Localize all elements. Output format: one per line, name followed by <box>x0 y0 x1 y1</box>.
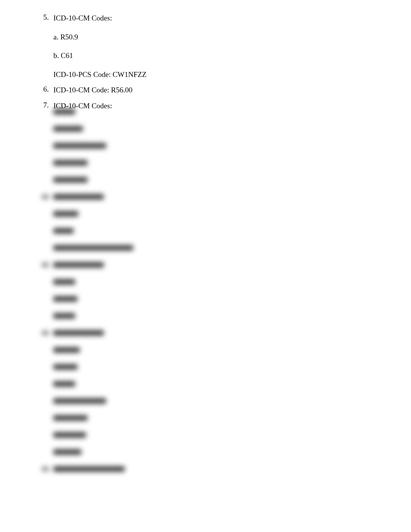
blurred-body <box>53 464 388 472</box>
blurred-body <box>53 209 388 217</box>
blurred-body <box>53 158 388 166</box>
blurred-line <box>39 430 388 438</box>
blurred-line <box>39 294 388 302</box>
blurred-list-number <box>39 379 53 387</box>
blurred-body <box>53 141 388 149</box>
blurred-text-bar <box>53 432 86 438</box>
document-page: 5. ICD-10-CM Codes: a. R50.9 b. C61 ICD-… <box>0 0 411 111</box>
text-line: ICD-10-PCS Code: CW1NFZZ <box>53 70 388 80</box>
blurred-preview-region <box>39 107 388 532</box>
list-body: ICD-10-CM Codes: a. R50.9 b. C61 ICD-10-… <box>53 13 388 80</box>
blurred-list-number <box>39 362 53 370</box>
blurred-body <box>53 328 388 336</box>
blurred-text-bar <box>53 415 87 421</box>
blurred-body <box>53 294 388 302</box>
blurred-line <box>39 379 388 387</box>
blurred-list-number <box>39 124 53 132</box>
blurred-line <box>39 209 388 217</box>
blurred-line <box>39 447 388 455</box>
blurred-text-bar <box>53 228 74 234</box>
blurred-line <box>39 260 388 268</box>
list-number: 6. <box>39 85 53 95</box>
blurred-list-number <box>39 311 53 319</box>
blurred-text-bar <box>53 262 104 268</box>
blurred-body <box>53 362 388 370</box>
blurred-text-bar <box>53 330 104 336</box>
blurred-text-bar <box>53 160 87 165</box>
blurred-line <box>39 175 388 183</box>
blurred-line <box>39 345 388 353</box>
blurred-text-bar <box>53 364 77 370</box>
blurred-line <box>39 141 388 149</box>
blurred-text-bar <box>53 194 104 200</box>
blurred-body <box>53 124 388 132</box>
blurred-body <box>53 277 388 285</box>
blurred-text-bar <box>53 466 125 472</box>
blurred-line <box>39 243 388 251</box>
blurred-text-bar <box>53 126 83 131</box>
blurred-list-number <box>39 107 53 115</box>
blurred-text-bar <box>53 143 106 148</box>
list-item-6: 6. ICD-10-CM Code: R56.00 <box>39 85 388 95</box>
blurred-line <box>39 124 388 132</box>
blurred-list-number <box>39 158 53 166</box>
blurred-text-bar <box>53 245 133 251</box>
blurred-text-bar <box>53 177 87 182</box>
blurred-line <box>39 107 388 115</box>
text-line: a. R50.9 <box>53 32 388 43</box>
blurred-text-bar <box>53 296 77 302</box>
blurred-list-number <box>39 192 53 200</box>
blurred-list-number <box>39 243 53 251</box>
text-line: ICD-10-CM Code: R56.00 <box>53 85 388 95</box>
blurred-body <box>53 345 388 353</box>
blurred-body <box>53 447 388 455</box>
blurred-text-bar <box>53 398 106 404</box>
blurred-list-number <box>39 464 53 472</box>
blurred-body <box>53 243 388 251</box>
blurred-list-number <box>39 141 53 149</box>
blurred-body <box>53 107 388 115</box>
list-number: 5. <box>39 13 53 80</box>
blurred-list-number <box>39 294 53 302</box>
blurred-list-number <box>39 226 53 234</box>
blurred-list-number <box>39 277 53 285</box>
blurred-text-bar <box>53 211 78 217</box>
blurred-body <box>53 192 388 200</box>
blurred-list-number <box>39 345 53 353</box>
blurred-list-number <box>39 447 53 455</box>
blurred-line <box>39 396 388 404</box>
blurred-list-number <box>39 175 53 183</box>
blurred-list-number <box>39 328 53 336</box>
blurred-line <box>39 158 388 166</box>
blurred-body <box>53 379 388 387</box>
blurred-body <box>53 226 388 234</box>
blurred-line <box>39 192 388 200</box>
blurred-line <box>39 311 388 319</box>
blurred-list-number <box>39 209 53 217</box>
blurred-body <box>53 396 388 404</box>
blurred-text-bar <box>53 381 75 387</box>
text-line: b. C61 <box>53 51 388 61</box>
blurred-body <box>53 260 388 268</box>
blurred-text-bar <box>53 279 75 285</box>
blurred-text-bar <box>53 109 75 114</box>
blurred-line <box>39 277 388 285</box>
blurred-line <box>39 464 388 472</box>
blurred-line <box>39 362 388 370</box>
blurred-line <box>39 328 388 336</box>
blurred-list-number <box>39 396 53 404</box>
blurred-text-bar <box>53 449 81 455</box>
text-line: ICD-10-CM Codes: <box>53 13 388 24</box>
blurred-list-number <box>39 430 53 438</box>
blurred-line <box>39 413 388 421</box>
blurred-body <box>53 311 388 319</box>
blurred-body <box>53 175 388 183</box>
blurred-text-bar <box>53 313 75 319</box>
blurred-text-bar <box>53 347 80 353</box>
blurred-list-number <box>39 260 53 268</box>
list-body: ICD-10-CM Code: R56.00 <box>53 85 388 95</box>
blurred-body <box>53 413 388 421</box>
blurred-line <box>39 226 388 234</box>
blurred-body <box>53 430 388 438</box>
blurred-list-number <box>39 413 53 421</box>
